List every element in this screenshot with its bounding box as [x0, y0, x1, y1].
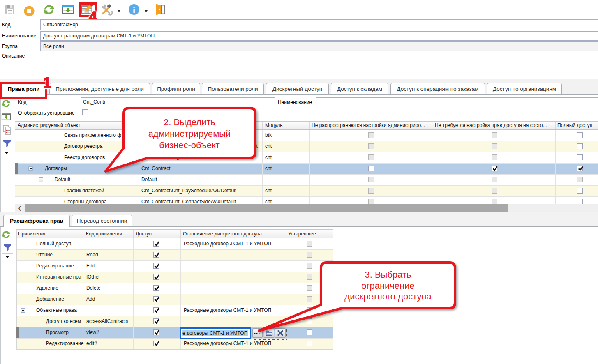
- svg-text:дискретного доступа: дискретного доступа: [344, 291, 432, 302]
- svg-text:администрируемый: администрируемый: [148, 129, 231, 139]
- svg-text:2. Выделить: 2. Выделить: [164, 117, 215, 127]
- svg-text:ограничение: ограничение: [361, 281, 415, 291]
- svg-text:3. Выбрать: 3. Выбрать: [365, 270, 411, 280]
- svg-text:бизнес-объект: бизнес-объект: [159, 140, 220, 150]
